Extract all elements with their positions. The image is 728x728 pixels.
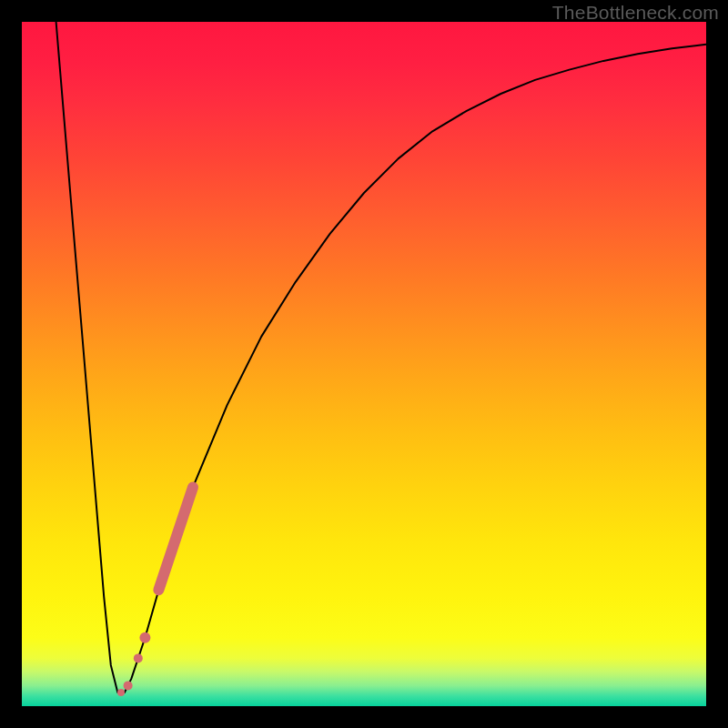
highlight-dot-3 <box>124 681 133 690</box>
chart-frame: TheBottleneck.com <box>0 0 728 728</box>
highlight-dot-2 <box>134 653 143 662</box>
chart-plot-area <box>22 22 706 706</box>
chart-markers <box>117 487 193 696</box>
chart-svg <box>22 22 706 706</box>
bottleneck-curve <box>56 22 706 693</box>
highlight-dot-4 <box>117 689 125 696</box>
watermark-text: TheBottleneck.com <box>552 2 719 24</box>
highlight-segment-upper <box>158 487 193 590</box>
highlight-dot-1 <box>139 632 150 643</box>
